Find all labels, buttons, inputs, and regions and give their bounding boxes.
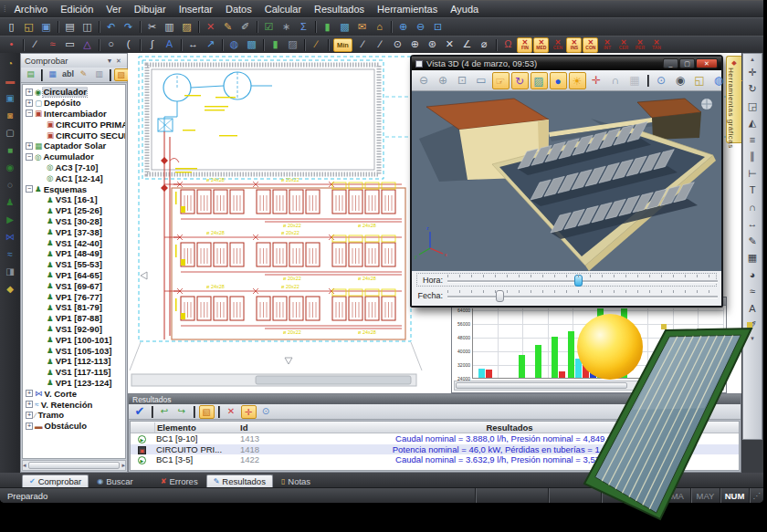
center-point-icon[interactable]: ⊙ bbox=[389, 37, 405, 52]
table-view-icon[interactable]: ▦ bbox=[46, 68, 60, 81]
snap-tan-button[interactable]: ✕TAN bbox=[648, 37, 664, 53]
minimize-icon[interactable]: _ bbox=[663, 58, 678, 68]
save-icon[interactable]: ▣ bbox=[38, 20, 55, 35]
spline-icon[interactable]: ∫ bbox=[144, 37, 161, 52]
scroll-left-icon[interactable]: ◂ bbox=[23, 462, 26, 469]
expand-icon[interactable]: + bbox=[26, 142, 33, 150]
hora-slider-thumb[interactable] bbox=[574, 275, 583, 287]
match-properties-icon[interactable]: ✐ bbox=[237, 20, 254, 35]
tree-item-vs1-16-1[interactable]: ♟VS1 [16-1] bbox=[23, 194, 125, 205]
magnet-snap-icon[interactable]: Ω bbox=[499, 37, 516, 52]
polygon-icon[interactable]: △ bbox=[79, 37, 96, 52]
tree-item-esquemas[interactable]: −♟Esquemas bbox=[23, 183, 125, 194]
prev-result-icon[interactable]: ↩ bbox=[157, 405, 173, 419]
cut-valve-tool-icon[interactable]: ⋈ bbox=[3, 231, 17, 245]
render-sphere-icon[interactable]: ● bbox=[550, 72, 567, 89]
scroll-down-icon[interactable]: ▾ bbox=[751, 335, 754, 342]
tree-item-vs1-117-115[interactable]: ♟VS1 [117-115] bbox=[23, 367, 125, 378]
tree-item-vp1-123-124[interactable]: ♟VP1 [123-124] bbox=[23, 378, 125, 389]
pan-hand-icon[interactable]: ☞ bbox=[492, 72, 510, 89]
line-icon[interactable]: ∕ bbox=[27, 37, 44, 52]
accumulator-tool-icon[interactable]: ◉ bbox=[3, 162, 17, 175]
offset-entity-icon[interactable]: ∥ bbox=[744, 149, 761, 164]
undo-icon[interactable]: ↶ bbox=[103, 20, 120, 35]
insert-image-icon[interactable]: ▩ bbox=[244, 37, 260, 52]
menu-calcular[interactable]: Calcular bbox=[258, 3, 308, 16]
cut-icon[interactable]: ✂ bbox=[144, 20, 161, 35]
menu-ver[interactable]: Ver bbox=[100, 3, 128, 16]
snap-fin-button[interactable]: ✕FIN bbox=[517, 37, 532, 53]
menu-dibujar[interactable]: Dibujar bbox=[128, 3, 173, 16]
resize-grip[interactable]: ⋰ bbox=[749, 488, 763, 503]
obstacle-tool-icon[interactable]: ▬ bbox=[3, 75, 17, 89]
zoom-window-icon[interactable]: ⊡ bbox=[430, 20, 447, 35]
fill-entity-icon[interactable]: ◕ bbox=[744, 267, 761, 283]
tree-item-circulador[interactable]: +◉Circulador bbox=[23, 87, 125, 98]
menu-datos[interactable]: Datos bbox=[219, 3, 258, 16]
tree-item-vp1-100-101[interactable]: ♟VP1 [100-101] bbox=[23, 334, 125, 345]
symbol-icon[interactable]: ◍ bbox=[226, 37, 243, 52]
delete-icon[interactable]: ✕ bbox=[203, 20, 219, 35]
chart-scrollbar[interactable] bbox=[454, 381, 724, 391]
move-entity-icon[interactable]: ✛ bbox=[744, 65, 761, 80]
rectangle-icon[interactable]: ▭ bbox=[62, 37, 79, 52]
fecha-slider[interactable] bbox=[447, 289, 718, 301]
menu-ayuda[interactable]: Ayuda bbox=[444, 3, 485, 16]
axis-line-1-icon[interactable]: ∕ bbox=[354, 37, 371, 52]
min-snap-button[interactable]: Mín bbox=[333, 38, 352, 52]
viewport-3d[interactable]: zxy bbox=[412, 91, 721, 271]
tab-resultados[interactable]: ✎Resultados bbox=[206, 475, 273, 487]
move-model-icon[interactable]: ✛ bbox=[588, 72, 605, 89]
tab-herramientas-graficas[interactable]: ◆ Herramientas gráficas bbox=[726, 56, 741, 143]
compass-tool-icon[interactable]: ◔ bbox=[3, 57, 17, 71]
tree-item-deposito[interactable]: +▢Depósito bbox=[23, 98, 125, 109]
locate-element-icon[interactable]: ✛ bbox=[241, 405, 257, 419]
misc-tool-icon[interactable]: ◆ bbox=[3, 283, 17, 297]
pin-icon[interactable]: ▼ bbox=[105, 57, 114, 64]
result-row[interactable]: ▶BC1 [9-10]1413Caudal nominal = 3.888,0 … bbox=[131, 433, 739, 444]
exchanger-tool-icon[interactable]: ▣ bbox=[3, 92, 17, 106]
menu-edicion[interactable]: Edición bbox=[54, 3, 100, 16]
col-id[interactable]: Id bbox=[238, 422, 280, 433]
close-icon[interactable]: ✕ bbox=[696, 58, 718, 68]
diameter-icon[interactable]: ⌀ bbox=[476, 37, 492, 52]
edit-nodes-icon[interactable]: ✎ bbox=[744, 234, 761, 249]
google-earth-icon[interactable]: ◍ bbox=[710, 72, 728, 89]
copy-icon[interactable]: ▥ bbox=[162, 20, 178, 35]
tree-item-vp1-112-113[interactable]: ♟VP1 [112-113] bbox=[23, 356, 125, 367]
menu-insertar[interactable]: Insertar bbox=[173, 3, 219, 16]
expand-icon[interactable]: + bbox=[26, 422, 33, 430]
rotate-entity-icon[interactable]: ↻ bbox=[744, 81, 761, 97]
new-file-icon[interactable]: ▯ bbox=[4, 20, 20, 35]
zoom-out-3d-icon[interactable]: ⊖ bbox=[415, 72, 433, 89]
tree-item-vp1-76-77[interactable]: ♟VP1 [76-77] bbox=[23, 291, 125, 302]
fecha-slider-thumb[interactable] bbox=[496, 290, 504, 302]
col-elemento[interactable]: Elemento bbox=[154, 422, 238, 433]
tree-item-captador-solar[interactable]: +▦Captador Solar bbox=[23, 141, 125, 151]
open-folder-icon[interactable]: ◱ bbox=[21, 20, 37, 35]
snap-cen-button[interactable]: ✕CEN bbox=[550, 37, 565, 53]
tree-item-vs1-69-67[interactable]: ♟VS1 [69-67] bbox=[23, 280, 125, 291]
tree-item-ac3-7-10[interactable]: ◎AC3 [7-10] bbox=[23, 162, 125, 173]
scroll-right-icon[interactable]: ▸ bbox=[121, 462, 125, 469]
select-element-icon[interactable]: ▧ bbox=[199, 405, 215, 419]
vista3d-titlebar[interactable]: Vista 3D (4 de marzo, 09:53) _ ▢ ✕ bbox=[412, 57, 721, 70]
rename-icon[interactable]: abl bbox=[61, 68, 76, 81]
expand-icon[interactable]: + bbox=[26, 401, 33, 408]
redo-icon[interactable]: ↷ bbox=[121, 20, 137, 35]
tab-comprobar[interactable]: ✔Comprobar bbox=[22, 475, 89, 487]
dimension-icon[interactable]: ↔ bbox=[185, 37, 202, 52]
expand-icon[interactable]: + bbox=[26, 89, 33, 96]
delete-result-icon[interactable]: ✕ bbox=[224, 405, 239, 419]
point-style-icon[interactable]: • bbox=[4, 37, 20, 52]
close-icon[interactable]: ✕ bbox=[114, 57, 123, 65]
tank-tool-icon[interactable]: ▢ bbox=[3, 127, 17, 141]
viewport-mode-icon[interactable]: ▭ bbox=[473, 72, 490, 89]
sun-position-icon[interactable]: ☀ bbox=[569, 72, 586, 89]
circulator-tool-icon[interactable]: ▶ bbox=[3, 214, 17, 227]
collapse-icon[interactable]: − bbox=[26, 110, 33, 117]
home-view-icon[interactable]: ⌂ bbox=[372, 20, 388, 35]
tree-item-circuito-secundario[interactable]: ▣CIRCUITO SECUNDARIO bbox=[23, 130, 125, 141]
tree-item-vp1-48-49[interactable]: ♟VP1 [48-49] bbox=[23, 248, 125, 259]
measure-icon[interactable]: ∕ bbox=[309, 37, 325, 52]
